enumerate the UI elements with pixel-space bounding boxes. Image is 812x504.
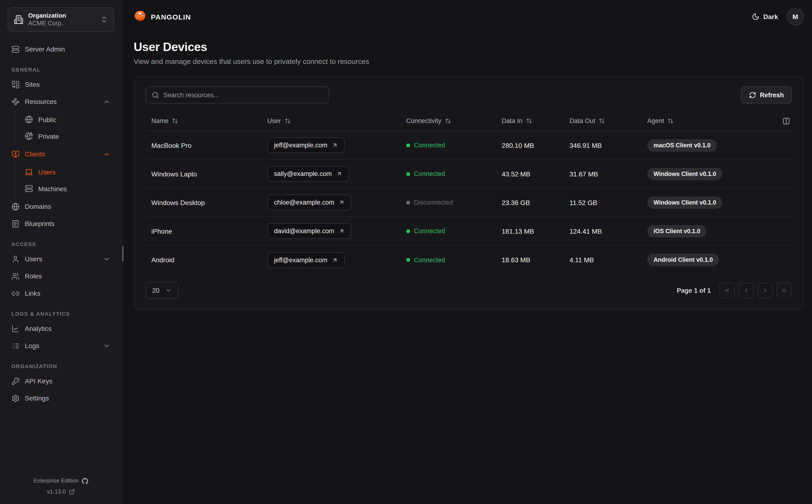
sidebar-item-sites[interactable]: Sites — [8, 76, 114, 93]
brand-name: PANGOLIN — [151, 13, 191, 21]
refresh-button[interactable]: Refresh — [741, 86, 792, 103]
external-link-icon[interactable] — [68, 489, 75, 495]
sidebar-item-resources[interactable]: Resources — [8, 93, 114, 110]
sidebar-item-label: Clients — [25, 150, 45, 158]
globe-lock-icon — [25, 132, 33, 140]
user-link-button[interactable]: sally@example.com — [267, 166, 349, 182]
page-title: User Devices — [134, 40, 801, 54]
sidebar-item-server-admin[interactable]: Server Admin — [8, 41, 114, 58]
sidebar-item-label: API Keys — [25, 377, 52, 385]
sidebar-item-label: Logs — [25, 342, 39, 350]
table-row: MacBook Pro jeff@example.com Connected 2… — [145, 131, 792, 160]
sidebar-item-domains[interactable]: Domains — [8, 198, 114, 215]
section-label-logs-analytics: LOGS & ANALYTICS — [11, 311, 110, 317]
chart-line-icon — [11, 324, 20, 333]
user-link-button[interactable]: jeff@example.com — [267, 137, 345, 153]
next-page-button[interactable] — [758, 283, 773, 298]
sidebar-scrollbar-thumb[interactable] — [122, 246, 124, 261]
sidebar-item-users[interactable]: Users — [8, 250, 114, 267]
sidebar-item-roles[interactable]: Roles — [8, 267, 114, 285]
topbar-actions: Dark M — [752, 8, 804, 25]
avatar-initial: M — [792, 13, 798, 21]
org-selector[interactable]: Organization ACME Corp. — [8, 7, 114, 32]
sidebar-item-blueprints[interactable]: Blueprints — [8, 215, 114, 232]
github-icon[interactable] — [82, 478, 88, 484]
device-name: Windows Desktop — [145, 199, 262, 206]
sidebar-item-label: Sites — [25, 81, 40, 88]
connectivity-status: Connected — [401, 227, 496, 235]
globe-icon — [11, 202, 20, 211]
device-name: MacBook Pro — [145, 141, 262, 149]
arrow-up-right-icon — [336, 171, 342, 177]
table-row: Android jeff@example.com Connected 18.63… — [145, 246, 792, 274]
sidebar-item-public[interactable]: Public — [21, 111, 114, 128]
status-dot-icon — [406, 143, 410, 147]
table-row: Windows Desktop chloe@example.com Discon… — [145, 188, 792, 217]
user-link-button[interactable]: jeff@example.com — [267, 252, 345, 268]
avatar[interactable]: M — [787, 8, 804, 25]
pagination-controls: Page 1 of 1 — [677, 283, 792, 298]
connectivity-label: Connected — [414, 256, 445, 263]
column-header-data-in[interactable]: Data In — [496, 117, 564, 124]
chevron-right-icon — [762, 287, 769, 294]
logs-icon — [11, 342, 20, 350]
previous-page-button[interactable] — [739, 283, 754, 298]
sidebar-item-clients[interactable]: Clients — [8, 145, 114, 163]
data-out-value: 4.11 MB — [564, 256, 642, 264]
table-row: iPhone david@example.com Connected 181.1… — [145, 217, 792, 246]
first-page-button[interactable] — [719, 283, 735, 298]
search-input[interactable] — [163, 91, 323, 98]
chevron-down-icon — [165, 287, 172, 294]
page-header: User Devices View and manage devices tha… — [122, 33, 812, 65]
column-settings-button[interactable] — [771, 117, 792, 125]
column-header-data-out[interactable]: Data Out — [564, 117, 642, 124]
data-out-value: 124.41 MB — [564, 227, 642, 235]
sort-icon — [668, 118, 674, 124]
agent-badge: iOS Client v0.1.0 — [647, 225, 707, 237]
sidebar-footer: Enterprise Edition v1.13.0 — [8, 476, 114, 497]
sidebar-item-label: Users — [25, 255, 42, 263]
sidebar-item-api-keys[interactable]: API Keys — [8, 372, 114, 390]
connectivity-status: Connected — [401, 256, 496, 263]
sidebar-item-private[interactable]: Private — [21, 128, 114, 144]
page-size-value: 20 — [152, 287, 159, 294]
sort-icon — [526, 118, 532, 124]
sidebar-item-analytics[interactable]: Analytics — [8, 320, 114, 337]
sidebar-item-logs[interactable]: Logs — [8, 337, 114, 354]
user-link-button[interactable]: david@example.com — [267, 223, 352, 239]
section-label-access: ACCESS — [11, 241, 110, 247]
chevron-up-icon — [103, 98, 110, 105]
sidebar-item-label: Links — [25, 289, 40, 297]
device-name: Android — [145, 256, 262, 264]
sidebar-item-client-users[interactable]: Users — [21, 164, 114, 180]
arrow-up-right-icon — [339, 199, 345, 206]
sidebar-item-label: Analytics — [25, 325, 52, 332]
column-header-name[interactable]: Name — [145, 117, 262, 124]
arrow-up-right-icon — [332, 257, 338, 263]
column-label: Name — [151, 117, 168, 124]
brand[interactable]: PANGOLIN — [133, 10, 191, 23]
column-header-user[interactable]: User — [262, 117, 401, 124]
main-content: PANGOLIN Dark M User Devices View and ma… — [122, 0, 812, 504]
page-size-select[interactable]: 20 — [145, 282, 178, 299]
link-icon — [11, 289, 20, 297]
sort-icon — [172, 118, 178, 124]
last-page-button[interactable] — [777, 283, 792, 298]
column-label: Data In — [502, 117, 522, 124]
sidebar-item-links[interactable]: Links — [8, 285, 114, 302]
data-in-value: 18.63 MB — [496, 256, 564, 264]
sites-icon — [11, 80, 20, 88]
theme-toggle[interactable]: Dark — [752, 13, 778, 21]
user-link-button[interactable]: chloe@example.com — [267, 195, 352, 210]
chevron-down-icon — [103, 255, 110, 262]
sidebar-item-settings[interactable]: Settings — [8, 390, 114, 407]
column-header-agent[interactable]: Agent — [642, 117, 771, 124]
connectivity-status: Connected — [401, 142, 496, 149]
column-label: Connectivity — [406, 117, 441, 124]
resources-subgroup: Public Private — [15, 111, 114, 144]
devices-table: Name User Connectivity Data In Data Out … — [145, 111, 792, 274]
page-subtitle: View and manage devices that users use t… — [134, 57, 801, 65]
sort-icon — [598, 118, 605, 124]
sidebar-item-machines[interactable]: Machines — [21, 180, 114, 197]
column-header-connectivity[interactable]: Connectivity — [401, 117, 496, 124]
